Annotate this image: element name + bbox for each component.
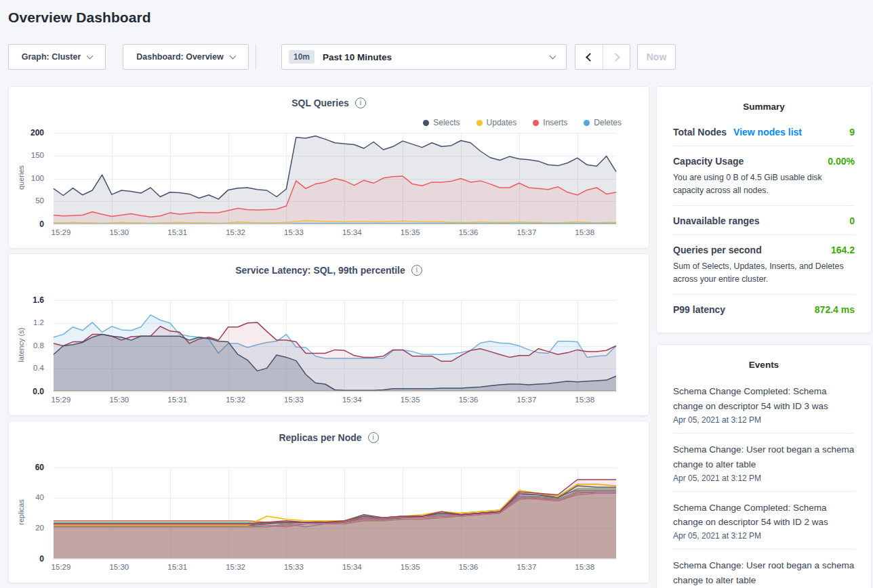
chart-title: Replicas per Node	[279, 432, 361, 443]
time-range-label: Past 10 Minutes	[323, 52, 392, 62]
prev-time-button[interactable]	[575, 45, 603, 69]
x-tick-label: 15:38	[575, 563, 594, 571]
legend-label: Deletes	[594, 118, 622, 127]
sidebar: Summary Total NodesView nodes list9Capac…	[656, 86, 872, 588]
overview-dashboard-page: Overview Dashboard Graph: Cluster Dashbo…	[0, 0, 873, 588]
y-tick-label: 40	[9, 493, 44, 501]
x-tick-label: 15:32	[226, 396, 245, 404]
stat-value: 872.4 ms	[815, 304, 855, 315]
x-tick-label: 15:35	[401, 396, 420, 404]
x-tick-label: 15:31	[167, 563, 187, 571]
x-tick-label: 15:32	[226, 563, 245, 571]
x-tick-label: 15:30	[109, 228, 129, 236]
legend-dot-icon	[423, 120, 429, 126]
legend-item[interactable]: Selects	[423, 118, 460, 127]
y-tick-label: 0.8	[9, 341, 44, 350]
y-axis-ticks: 0.00.40.81.21.6	[9, 300, 48, 392]
y-tick-label: 1.6	[9, 295, 44, 305]
toolbar: Graph: Cluster Dashboard: Overview 10m P…	[8, 44, 872, 70]
x-tick-label: 15:29	[52, 563, 71, 571]
x-tick-label: 15:36	[459, 563, 479, 571]
y-tick-label: 0.4	[9, 364, 44, 372]
x-tick-label: 15:36	[459, 228, 479, 236]
y-tick-label: 0	[9, 219, 44, 229]
time-range-picker[interactable]: 10m Past 10 Minutes	[281, 44, 567, 70]
y-tick-label: 150	[9, 151, 44, 159]
x-tick-label: 15:34	[342, 228, 362, 236]
stat-label: Queries per second	[673, 245, 762, 255]
x-tick-label: 15:38	[575, 396, 594, 404]
main-content: SQL Queries i SelectsUpdatesInsertsDelet…	[8, 86, 872, 588]
service-latency-plot[interactable]: latency (s) 0.00.40.81.21.6 15:2915:3015…	[9, 300, 650, 408]
x-tick-label: 15:33	[284, 563, 304, 571]
stat-value: 0	[849, 215, 855, 226]
graph-dropdown[interactable]: Graph: Cluster	[8, 44, 106, 70]
x-tick-label: 15:36	[459, 396, 479, 404]
events-panel: Events Schema Change Completed: Schema c…	[656, 344, 872, 588]
sql-queries-plot[interactable]: queries 050100150200 15:2915:3015:3115:3…	[9, 133, 650, 241]
x-tick-label: 15:31	[167, 228, 187, 236]
now-button[interactable]: Now	[637, 44, 676, 70]
legend-item[interactable]: Inserts	[533, 118, 567, 127]
info-icon[interactable]: i	[368, 432, 379, 443]
stat-label: P99 latency	[673, 304, 725, 315]
stat-label: Capacity Usage	[673, 156, 744, 167]
stat-description: Sum of Selects, Updates, Inserts, and De…	[673, 260, 855, 286]
event-message: Schema Change: User root began a schema …	[673, 442, 855, 472]
y-axis-ticks: 0204060	[9, 467, 48, 559]
event-message: Schema Change Completed: Schema change o…	[673, 384, 855, 414]
event-item[interactable]: Schema Change: User root began a schema …	[673, 434, 855, 492]
x-tick-label: 15:34	[342, 563, 362, 571]
legend-dot-icon	[476, 120, 483, 126]
charts-column: SQL Queries i SelectsUpdatesInsertsDelet…	[8, 86, 649, 588]
y-tick-label: 0	[9, 554, 44, 564]
chevron-down-icon	[550, 52, 556, 59]
legend-item[interactable]: Deletes	[584, 118, 622, 127]
summary-stat-row: Capacity Usage0.00%You are using 0 B of …	[673, 146, 855, 206]
chart-canvas	[54, 133, 616, 224]
chart-title: SQL Queries	[291, 98, 349, 108]
chevron-left-icon	[586, 53, 594, 62]
legend-dot-icon	[584, 120, 590, 126]
page-title: Overview Dashboard	[8, 9, 872, 26]
stat-value: 9	[849, 127, 855, 138]
event-timestamp: Apr 05, 2021 at 3:12 PM	[673, 415, 855, 425]
chevron-right-icon	[611, 53, 620, 62]
events-list: Schema Change Completed: Schema change o…	[673, 375, 855, 588]
event-timestamp: Apr 05, 2021 at 3:12 PM	[673, 531, 855, 541]
chevron-down-icon	[229, 52, 236, 59]
y-tick-label: 100	[9, 174, 44, 182]
summary-stat-row: Queries per second164.2Sum of Selects, U…	[673, 235, 855, 295]
summary-panel: Summary Total NodesView nodes list9Capac…	[656, 86, 872, 333]
event-message: Schema Change Completed: Schema change o…	[673, 501, 855, 530]
summary-stat-row: Total NodesView nodes list9	[673, 117, 855, 146]
event-item[interactable]: Schema Change Completed: Schema change o…	[673, 375, 855, 434]
x-tick-label: 15:37	[517, 396, 537, 404]
event-item[interactable]: Schema Change: User root began a schema …	[673, 549, 855, 588]
stat-label: Unavailable ranges	[673, 215, 760, 226]
event-item[interactable]: Schema Change Completed: Schema change o…	[673, 492, 855, 550]
view-nodes-link[interactable]: View nodes list	[733, 127, 802, 138]
x-tick-label: 15:33	[284, 396, 304, 404]
x-axis-ticks: 15:2915:3015:3115:3215:3315:3415:3515:36…	[9, 228, 650, 239]
next-time-button[interactable]	[603, 45, 630, 69]
stat-value: 0.00%	[828, 156, 855, 167]
event-timestamp: Apr 05, 2021 at 3:12 PM	[673, 474, 855, 483]
x-tick-label: 15:37	[517, 563, 537, 571]
events-title: Events	[673, 356, 855, 375]
dashboard-dropdown[interactable]: Dashboard: Overview	[123, 44, 249, 70]
info-icon[interactable]: i	[355, 98, 366, 108]
graph-dropdown-label: Graph: Cluster	[22, 52, 81, 62]
replicas-per-node-plot[interactable]: replicas 0204060 15:2915:3015:3115:3215:…	[9, 467, 650, 576]
toolbar-divider	[256, 45, 256, 69]
x-axis-ticks: 15:2915:3015:3115:3215:3315:3415:3515:36…	[9, 396, 650, 406]
summary-stat-row: P99 latency872.4 ms	[673, 295, 855, 329]
time-step-buttons	[575, 44, 630, 70]
x-tick-label: 15:35	[401, 563, 420, 571]
chart-legend: SelectsUpdatesInsertsDeletes	[423, 118, 622, 127]
x-tick-label: 15:30	[109, 563, 129, 571]
stat-description: You are using 0 B of 4.5 GiB usable disk…	[673, 171, 855, 197]
info-icon[interactable]: i	[411, 265, 422, 276]
x-tick-label: 15:33	[284, 228, 304, 236]
legend-item[interactable]: Updates	[476, 118, 517, 127]
